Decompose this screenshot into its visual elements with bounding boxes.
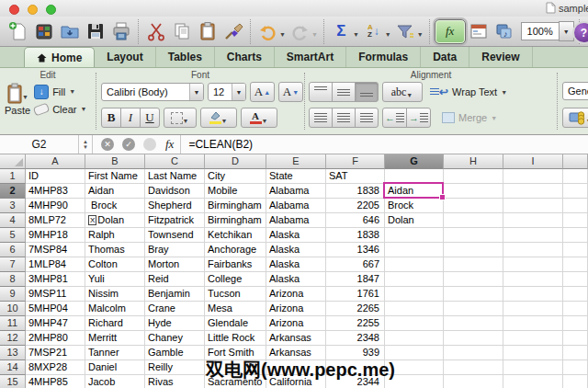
tab-data[interactable]: Data xyxy=(421,47,469,67)
cell-F6[interactable]: 1346 xyxy=(326,243,385,257)
fill-color-dropdown-arrow-icon[interactable]: ▼ xyxy=(221,118,228,124)
save-button[interactable] xyxy=(83,19,107,44)
cell-E1[interactable]: State xyxy=(266,169,326,184)
cell-A3[interactable]: 4MHP90 xyxy=(26,199,85,213)
fill-button[interactable]: ↓ Fill ▼ xyxy=(34,85,86,99)
cell-E2[interactable]: Alabama xyxy=(266,184,326,199)
row-header-9[interactable]: 9 xyxy=(0,287,26,302)
cell-C3[interactable]: Shepherd xyxy=(145,199,205,213)
cell-D4[interactable]: Birmingham xyxy=(205,213,266,228)
cell-B8[interactable]: Yuli xyxy=(85,272,145,287)
cell-G10[interactable] xyxy=(385,302,444,316)
wrap-text-button[interactable]: ↩ Wrap Text ▼ xyxy=(430,86,507,98)
underline-button[interactable]: U xyxy=(140,108,160,128)
cell-J13[interactable] xyxy=(563,346,588,360)
wrap-text-dropdown-arrow-icon[interactable]: ▼ xyxy=(501,89,507,96)
bold-button[interactable]: B xyxy=(101,108,121,128)
cell-I7[interactable] xyxy=(503,257,563,272)
cell-H10[interactable] xyxy=(444,302,503,316)
undo-button[interactable] xyxy=(255,19,280,44)
cell-I10[interactable] xyxy=(503,302,563,316)
cell-F9[interactable]: 1761 xyxy=(326,287,385,302)
cell-F7[interactable]: 667 xyxy=(326,257,385,272)
cell-J9[interactable] xyxy=(563,287,588,302)
cell-A9[interactable]: 9MSP11 xyxy=(26,287,85,302)
autosum-button[interactable]: Σ xyxy=(329,19,354,44)
row-header-6[interactable]: 6 xyxy=(0,243,26,257)
cell-C9[interactable]: Benjamin xyxy=(145,287,205,302)
cell-A2[interactable]: 4MHP83 xyxy=(26,184,85,199)
cell-J10[interactable] xyxy=(563,302,588,316)
cell-E8[interactable]: Alaska xyxy=(266,272,326,287)
cell-A8[interactable]: 3MHP81 xyxy=(26,272,85,287)
fill-dropdown-arrow-icon[interactable]: ▼ xyxy=(69,88,75,95)
row-header-7[interactable]: 7 xyxy=(0,257,26,272)
cell-D3[interactable]: Birmingham xyxy=(205,199,266,213)
cell-B9[interactable]: Nissim xyxy=(85,287,145,302)
cell-I3[interactable] xyxy=(503,199,563,213)
cell-D1[interactable]: City xyxy=(205,169,266,184)
cell-I5[interactable] xyxy=(503,228,563,243)
cell-H6[interactable] xyxy=(444,243,503,257)
cell-G5[interactable] xyxy=(385,228,444,243)
accounting-format-button[interactable]: ▼ xyxy=(562,108,588,128)
paste-dropdown-arrow-icon[interactable]: ▼ xyxy=(22,94,28,100)
cell-E9[interactable]: Arizona xyxy=(266,287,326,302)
cell-G4[interactable]: Dolan xyxy=(385,213,444,228)
zoom-window-button[interactable] xyxy=(46,5,56,15)
tab-charts[interactable]: Charts xyxy=(215,47,275,67)
merge-button[interactable]: Merge ▼ xyxy=(442,112,497,123)
cell-A10[interactable]: 5MHP04 xyxy=(26,302,85,316)
column-header-i[interactable]: I xyxy=(503,154,563,169)
tab-review[interactable]: Review xyxy=(469,47,532,67)
cancel-entry-button[interactable]: ✕ xyxy=(101,138,114,151)
filter-dropdown-arrow-icon[interactable]: ▼ xyxy=(417,31,424,38)
print-button[interactable] xyxy=(108,19,133,44)
template-gallery-button[interactable] xyxy=(31,19,56,44)
cell-H15[interactable] xyxy=(444,375,503,388)
cell-B11[interactable]: Richard xyxy=(85,316,145,331)
cell-C8[interactable]: Reid xyxy=(145,272,205,287)
cell-C5[interactable]: Townsend xyxy=(145,228,205,243)
column-header-c[interactable]: C xyxy=(145,154,205,169)
cell-J12[interactable] xyxy=(563,331,588,346)
align-middle-button[interactable] xyxy=(332,82,356,102)
cell-D8[interactable]: College xyxy=(205,272,266,287)
stepper-down-icon[interactable]: ▼ xyxy=(83,144,88,150)
cell-C10[interactable]: Crane xyxy=(145,302,205,316)
row-header-13[interactable]: 13 xyxy=(0,346,26,360)
cell-D11[interactable]: Glendale xyxy=(205,316,266,331)
cell-B15[interactable]: Jacob xyxy=(85,375,145,388)
cell-I2[interactable] xyxy=(503,184,563,199)
cell-F2[interactable]: 1838 xyxy=(326,184,385,199)
cell-A14[interactable]: 8MXP28 xyxy=(26,360,85,375)
align-top-button[interactable] xyxy=(309,82,333,102)
cell-F10[interactable]: 2265 xyxy=(326,302,385,316)
cell-F3[interactable]: 2205 xyxy=(326,199,385,213)
italic-button[interactable]: I xyxy=(120,108,141,128)
redo-button[interactable] xyxy=(288,19,312,44)
text-orientation-button[interactable]: abc ▼ xyxy=(382,82,423,102)
column-header-a[interactable]: A xyxy=(26,154,85,169)
column-header-partial[interactable] xyxy=(563,154,588,169)
cell-C15[interactable]: Rivas xyxy=(145,375,205,388)
cell-G8[interactable] xyxy=(385,272,444,287)
borders-button[interactable]: ▼ xyxy=(164,108,197,128)
align-bottom-button[interactable] xyxy=(355,82,379,102)
cell-E4[interactable]: Alabama xyxy=(266,213,326,228)
tab-layout[interactable]: Layout xyxy=(95,47,155,67)
column-header-b[interactable]: B xyxy=(85,154,145,169)
cell-H4[interactable] xyxy=(444,213,503,228)
cell-B12[interactable]: Merritt xyxy=(85,331,145,346)
cell-J5[interactable] xyxy=(563,228,588,243)
row-header-2[interactable]: 2 xyxy=(0,184,26,199)
cell-E11[interactable]: Arizona xyxy=(266,316,326,331)
font-size-dropdown-arrow-icon[interactable]: ▼ xyxy=(232,84,245,100)
cell-G12[interactable] xyxy=(385,331,444,346)
number-format-select[interactable]: General xyxy=(562,82,588,100)
cell-F12[interactable]: 2348 xyxy=(326,331,385,346)
cell-D7[interactable]: Fairbanks xyxy=(205,257,266,272)
cell-B1[interactable]: First Name xyxy=(85,169,145,184)
cell-C1[interactable]: Last Name xyxy=(145,169,205,184)
cell-C7[interactable]: Morton xyxy=(145,257,205,272)
